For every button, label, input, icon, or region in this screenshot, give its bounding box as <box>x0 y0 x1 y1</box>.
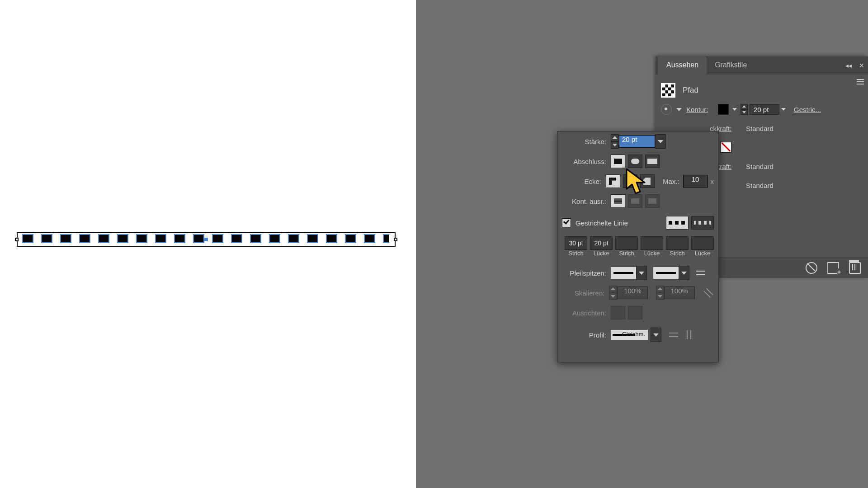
stroke-weight-value[interactable]: 20 pt <box>750 104 779 115</box>
corner-row: Ecke: Max.: 10 x <box>557 171 718 191</box>
align-stroke-row: Kont. ausr.: <box>557 191 718 211</box>
caps-row: Abschluss: <box>557 151 718 171</box>
stroke-panel: Stärke: 20 pt Abschluss: Ecke: Max.: 10 … <box>557 131 719 362</box>
stroke-row: Kontur: 20 pt Gestric... <box>661 100 863 119</box>
profile-flip-h-icon <box>668 329 679 341</box>
stroke-weight-dropdown-icon[interactable] <box>781 108 786 111</box>
expand-arrow-icon[interactable] <box>676 108 682 111</box>
arrow-align-label: Ausrichten: <box>562 309 611 317</box>
swap-arrowheads-icon[interactable] <box>695 267 707 279</box>
join-miter-button[interactable] <box>606 174 620 188</box>
arrow-end-swatch[interactable] <box>653 267 679 279</box>
dash-value-5[interactable] <box>666 236 689 250</box>
dashed-line-checkbox[interactable] <box>562 218 571 227</box>
new-appearance-icon[interactable] <box>827 262 839 274</box>
profile-swatch[interactable]: Gleichm. <box>611 330 648 340</box>
profile-value: Gleichm. <box>622 331 645 338</box>
dashed-line-label: Gestrichelte Linie <box>576 219 628 227</box>
arrow-scale-label: Skalieren: <box>562 289 609 297</box>
opacity-value[interactable]: Standard <box>746 163 774 170</box>
dash-labels-row: Strich Lücke Strich Lücke Strich Lücke <box>557 250 718 260</box>
visibility-eye-icon[interactable] <box>661 104 672 115</box>
arrowheads-label: Pfeilspitzen: <box>562 269 611 277</box>
panel-close-icon[interactable]: ✕ <box>855 56 868 75</box>
arrow-start-dropdown-icon[interactable] <box>636 266 647 280</box>
arrowheads-row: Pfeilspitzen: <box>557 263 718 283</box>
stroke-color-dropdown-icon[interactable] <box>732 108 737 111</box>
weight-input[interactable]: 20 pt <box>619 135 655 148</box>
dash-label-2: Lücke <box>590 250 613 257</box>
dash-label-4: Lücke <box>641 250 663 257</box>
miter-input[interactable]: 10 <box>683 175 708 188</box>
arrow-align-row: Ausrichten: <box>557 303 718 323</box>
selection-center-anchor[interactable] <box>204 238 208 241</box>
opacity-value[interactable]: Standard <box>746 125 774 132</box>
delete-appearance-icon[interactable] <box>849 262 861 274</box>
link-scale-icon <box>700 285 716 301</box>
selection-handle-left[interactable] <box>15 238 19 241</box>
dash-value-6[interactable] <box>691 236 714 250</box>
clear-appearance-icon[interactable] <box>806 262 817 274</box>
selected-dashed-line[interactable] <box>17 232 396 247</box>
arrow-scale1-input: 100% <box>617 286 648 299</box>
object-type-row: Pfad <box>661 81 863 100</box>
dash-value-1[interactable]: 30 pt <box>565 236 587 250</box>
stroke-label: Kontur: <box>686 106 718 113</box>
tab-graphic-styles[interactable]: Grafikstile <box>707 56 755 75</box>
corner-label: Ecke: <box>562 178 606 185</box>
stroke-weight-stepper[interactable] <box>741 104 748 115</box>
panel-collapse-icon[interactable]: ◂◂ <box>842 56 855 75</box>
join-round-button[interactable] <box>623 174 637 188</box>
object-type-label: Pfad <box>683 86 698 95</box>
profile-flip-v-icon <box>683 329 695 341</box>
selection-handle-right[interactable] <box>394 238 397 241</box>
arrow-scale2-stepper <box>656 286 664 300</box>
opacity-value[interactable]: Standard <box>746 182 774 189</box>
object-thumbnail-icon <box>661 83 675 98</box>
profile-label: Profil: <box>562 331 611 339</box>
arrow-align-flush-button <box>628 306 642 319</box>
dash-label-5: Strich <box>666 250 689 257</box>
dashed-line-row: Gestrichelte Linie <box>557 211 718 235</box>
cap-round-button[interactable] <box>628 155 642 168</box>
fill-none-swatch[interactable] <box>721 142 731 153</box>
caps-label: Abschluss: <box>562 158 611 165</box>
dash-mode-preserve-button[interactable] <box>666 216 689 230</box>
arrow-scale1-stepper <box>609 286 617 300</box>
dash-value-2[interactable]: 20 pt <box>590 236 613 250</box>
canvas-area[interactable] <box>0 0 416 488</box>
align-stroke-outside-button <box>645 194 660 208</box>
dash-value-3[interactable] <box>615 236 638 250</box>
cap-butt-button[interactable] <box>611 155 625 168</box>
miter-label: Max.: <box>655 178 683 185</box>
stroke-dash-preset[interactable]: Gestric... <box>794 106 821 113</box>
profile-dropdown-icon[interactable] <box>651 328 661 342</box>
align-stroke-center-button[interactable] <box>611 194 625 208</box>
weight-row: Stärke: 20 pt <box>557 131 718 151</box>
align-stroke-label: Kont. ausr.: <box>562 197 611 205</box>
dash-label-1: Strich <box>565 250 587 257</box>
arrow-scale-row: Skalieren: 100% 100% <box>557 283 718 303</box>
tab-appearance[interactable]: Aussehen <box>658 56 707 75</box>
miter-x-label: x <box>708 178 714 185</box>
panel-menu-icon[interactable] <box>855 77 866 88</box>
arrow-scale2-input: 100% <box>664 286 695 299</box>
weight-stepper[interactable] <box>611 134 619 149</box>
appearance-tabbar: Aussehen Grafikstile ◂◂ ✕ <box>656 56 868 75</box>
align-stroke-inside-button <box>628 194 642 208</box>
profile-row: Profil: Gleichm. <box>557 323 718 347</box>
cap-projecting-button[interactable] <box>645 155 660 168</box>
dash-label-3: Strich <box>615 250 638 257</box>
dash-value-4[interactable] <box>641 236 663 250</box>
arrow-align-extend-button <box>611 306 625 319</box>
weight-dropdown-icon[interactable] <box>655 134 666 149</box>
join-bevel-button[interactable] <box>640 174 655 188</box>
dash-mode-align-button[interactable] <box>691 216 714 230</box>
stroke-color-swatch[interactable] <box>718 104 729 115</box>
weight-label: Stärke: <box>562 138 611 145</box>
dash-values-row: 30 pt 20 pt <box>557 235 718 250</box>
arrow-start-swatch[interactable] <box>611 267 636 279</box>
dash-label-6: Lücke <box>691 250 714 257</box>
arrow-end-dropdown-icon[interactable] <box>679 266 689 280</box>
